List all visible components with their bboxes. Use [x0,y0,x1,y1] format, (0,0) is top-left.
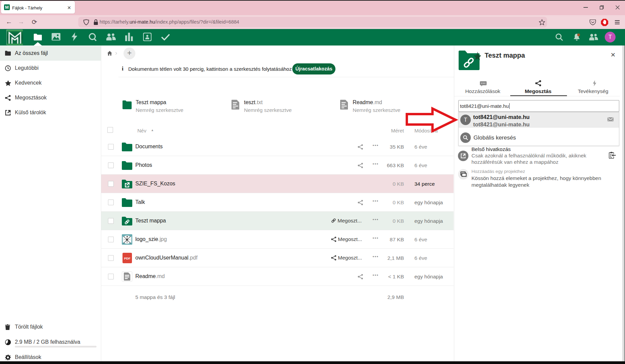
svg-text:PDF: PDF [124,256,131,260]
